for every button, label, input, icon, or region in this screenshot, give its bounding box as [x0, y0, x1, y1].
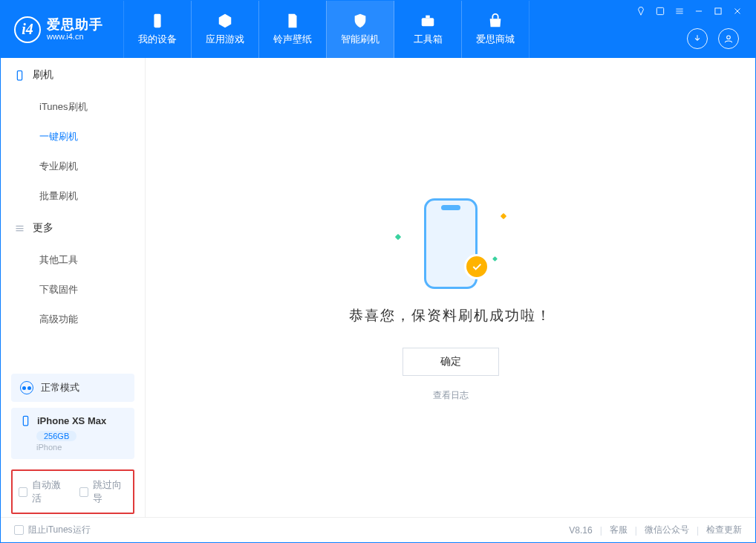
tab-label: 工具箱	[414, 33, 443, 46]
header: i4 爱思助手 www.i4.cn 我的设备 应用游戏 铃声壁纸 智能刷机 工具…	[1, 1, 755, 58]
sidebar-item-other-tools[interactable]: 其他工具	[1, 245, 145, 275]
sidebar-item-download-firmware[interactable]: 下载固件	[1, 275, 145, 305]
svg-rect-0	[154, 14, 160, 27]
main-content: 恭喜您，保资料刷机成功啦！ 确定 查看日志	[146, 58, 755, 517]
account-button[interactable]	[718, 28, 739, 49]
checkbox-block-itunes[interactable]: 阻止iTunes运行	[14, 524, 91, 536]
device-panel[interactable]: iPhone XS Max 256GB iPhone	[11, 408, 134, 459]
sidebar-group-flash: 刷机	[1, 58, 145, 92]
status-bar: 阻止iTunes运行 V8.16 | 客服 | 微信公众号 | 检查更新	[1, 517, 755, 542]
minimize-button[interactable]	[693, 5, 705, 17]
svg-rect-6	[17, 71, 22, 80]
chk-label: 跳过向导	[93, 478, 127, 505]
tab-my-device[interactable]: 我的设备	[123, 1, 192, 58]
svg-rect-3	[656, 7, 663, 14]
svg-rect-1	[422, 18, 434, 26]
app-logo: i4 爱思助手 www.i4.cn	[14, 16, 103, 43]
tab-toolbox[interactable]: 工具箱	[394, 1, 462, 58]
tab-smart-flash[interactable]: 智能刷机	[326, 1, 394, 58]
device-name: iPhone XS Max	[37, 415, 106, 426]
tab-label: 铃声壁纸	[273, 33, 312, 46]
toolbox-icon	[420, 13, 436, 29]
svg-rect-7	[23, 416, 27, 426]
device-icon	[149, 13, 166, 29]
wechat-link[interactable]: 微信公众号	[645, 524, 689, 536]
success-message: 恭喜您，保资料刷机成功啦！	[349, 306, 552, 325]
list-icon	[14, 223, 25, 234]
main-tabs: 我的设备 应用游戏 铃声壁纸 智能刷机 工具箱 爱思商城	[124, 1, 529, 58]
tab-label: 我的设备	[138, 33, 177, 46]
support-link[interactable]: 客服	[610, 524, 628, 536]
phone-icon	[14, 70, 25, 81]
checkbox-auto-activate[interactable]: 自动激活	[19, 478, 66, 505]
checkbox-skip-setup[interactable]: 跳过向导	[79, 478, 127, 505]
group-label: 刷机	[33, 68, 53, 82]
tab-ringtones[interactable]: 铃声壁纸	[258, 1, 327, 58]
feedback-icon[interactable]	[635, 5, 647, 17]
view-log-link[interactable]: 查看日志	[433, 389, 469, 402]
window-controls	[635, 1, 748, 17]
sidebar-item-advanced[interactable]: 高级功能	[1, 305, 145, 334]
sidebar-item-batch-flash[interactable]: 批量刷机	[1, 181, 145, 211]
tab-label: 应用游戏	[206, 33, 244, 46]
sidebar-item-pro-flash[interactable]: 专业刷机	[1, 152, 145, 181]
menu-icon[interactable]	[674, 5, 685, 17]
refresh-shield-icon	[352, 13, 368, 29]
tab-store[interactable]: 爱思商城	[461, 1, 529, 58]
mode-icon	[20, 381, 33, 394]
svg-rect-2	[426, 16, 430, 19]
chk-label: 自动激活	[32, 478, 66, 505]
svg-point-5	[727, 36, 731, 39]
sidebar-item-itunes-flash[interactable]: iTunes刷机	[1, 92, 145, 122]
skin-icon[interactable]	[654, 5, 666, 17]
svg-rect-4	[715, 8, 721, 14]
phone-icon	[20, 415, 31, 426]
maximize-button[interactable]	[712, 5, 724, 17]
mode-label: 正常模式	[41, 381, 79, 394]
logo-icon: i4	[14, 16, 41, 43]
sidebar: 刷机 iTunes刷机 一键刷机 专业刷机 批量刷机 更多 其他工具 下载固件 …	[1, 58, 146, 517]
app-name-cn: 爱思助手	[47, 18, 103, 33]
app-name-en: www.i4.cn	[47, 32, 103, 41]
check-update-link[interactable]: 检查更新	[706, 524, 742, 536]
ok-button[interactable]: 确定	[403, 348, 499, 376]
options-highlight-box: 自动激活 跳过向导	[11, 469, 134, 514]
sidebar-group-more: 更多	[1, 211, 145, 245]
music-file-icon	[284, 13, 301, 29]
version-label: V8.16	[569, 525, 592, 536]
capacity-badge: 256GB	[36, 431, 76, 441]
check-badge-icon	[464, 254, 489, 279]
success-illustration	[391, 192, 510, 296]
tab-label: 智能刷机	[341, 33, 379, 46]
chk-label: 阻止iTunes运行	[28, 524, 91, 536]
cube-icon	[217, 13, 233, 29]
tab-label: 爱思商城	[476, 33, 515, 46]
tab-apps-games[interactable]: 应用游戏	[191, 1, 259, 58]
close-button[interactable]	[731, 5, 743, 17]
device-type: iPhone	[36, 443, 126, 452]
sidebar-item-oneclick-flash[interactable]: 一键刷机	[1, 122, 145, 152]
downloads-button[interactable]	[687, 28, 708, 49]
store-icon	[487, 13, 504, 29]
device-mode-panel[interactable]: 正常模式	[11, 374, 134, 402]
group-label: 更多	[33, 221, 53, 235]
